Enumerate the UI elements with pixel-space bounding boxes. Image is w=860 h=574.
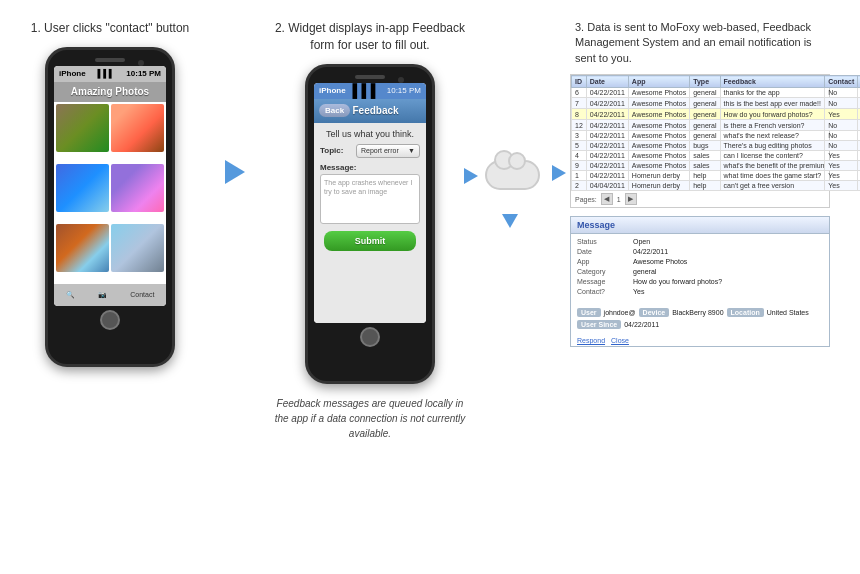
category-value: general — [633, 268, 656, 275]
phone-2-time: 10:15 PM — [387, 86, 421, 95]
phone-2-speaker — [355, 75, 385, 79]
table-row: 1204/22/2011Awesome Photosgeneralis ther… — [572, 120, 861, 131]
table-body: 604/22/2011Awesome Photosgeneralthanks f… — [572, 88, 861, 191]
search-button[interactable]: 🔍 — [66, 291, 75, 299]
location-tag: Location — [727, 308, 764, 317]
photo-grid — [54, 102, 166, 284]
phone-1-title: Amazing Photos — [71, 86, 149, 97]
col-type: Type — [690, 76, 720, 88]
message-field-label: Message — [577, 278, 627, 285]
table-pagination: Pages: ◀ 1 ▶ — [571, 191, 829, 207]
app-label: App — [577, 258, 627, 265]
next-page-button[interactable]: ▶ — [625, 193, 637, 205]
cloud-section — [480, 150, 560, 210]
user-tag: User — [577, 308, 601, 317]
topic-label: Topic: — [320, 146, 352, 155]
cloud-arrow-right — [552, 165, 566, 181]
section-1: 1. User clicks "contact" button iPhone ▌… — [10, 20, 210, 367]
message-detail: Message Status Open Date 04/22/2011 App … — [570, 216, 830, 347]
date-row: Date 04/22/2011 — [577, 248, 823, 255]
phone-1-signal: ▌▌▌ — [97, 69, 114, 78]
contact-label: Contact? — [577, 288, 627, 295]
contact-button[interactable]: Contact — [130, 291, 154, 298]
message-detail-header: Message — [571, 217, 829, 234]
photo-cell-3 — [56, 164, 109, 212]
table-row: 304/22/2011Awesome Photosgeneralwhat's t… — [572, 131, 861, 141]
device-tag: Device — [639, 308, 670, 317]
message-row: Message How do you forward photos? — [577, 278, 823, 285]
table-row: 604/22/2011Awesome Photosgeneralthanks f… — [572, 88, 861, 98]
phone-2-signal: ▌▌▌ — [352, 83, 380, 98]
feedback-table: ID Date App Type Feedback Contact Status… — [571, 75, 860, 191]
phone-1-brand: iPhone — [59, 69, 86, 78]
step-1-label: 1. User clicks "contact" button — [26, 20, 195, 37]
message-textarea[interactable]: The app crashes whenever I try to save a… — [320, 174, 420, 224]
date-label: Date — [577, 248, 627, 255]
message-field-value: How do you forward photos? — [633, 278, 722, 285]
submit-button[interactable]: Submit — [324, 231, 416, 251]
photo-cell-6 — [111, 224, 164, 272]
phone-1-home-btn[interactable] — [100, 310, 120, 330]
mofoxy-section: ID Date App Type Feedback Contact Status… — [570, 74, 850, 347]
table-header-row: ID Date App Type Feedback Contact Status… — [572, 76, 861, 88]
app-value: Awesome Photos — [633, 258, 687, 265]
section-2: 2. Widget displays in-app Feedback form … — [260, 20, 480, 441]
cloud-wrapper — [480, 150, 550, 210]
feedback-nav-bar: Back Feedback — [314, 99, 426, 123]
topic-row: Topic: Report error ▼ — [320, 144, 420, 158]
topic-dropdown[interactable]: Report error ▼ — [356, 144, 420, 158]
phone-2-brand: iPhone — [319, 86, 346, 95]
phone-1-time: 10:15 PM — [126, 69, 161, 78]
col-contact: Contact — [825, 76, 858, 88]
feedback-status-bar: iPhone ▌▌▌ 10:15 PM — [314, 83, 426, 99]
feedback-headline: Tell us what you think. — [320, 129, 420, 139]
since-tag: User Since — [577, 320, 621, 329]
photo-cell-2 — [111, 104, 164, 152]
table-row: 904/22/2011Awesome Photossaleswhat's the… — [572, 161, 861, 171]
feedback-nav-title: Feedback — [352, 105, 398, 116]
camera-icon: 📷 — [98, 291, 107, 299]
table-row: 704/22/2011Awesome Photosgeneralthis is … — [572, 98, 861, 109]
status-row: Status Open — [577, 238, 823, 245]
table-row-highlight: 804/22/2011Awesome PhotosgeneralHow do y… — [572, 109, 861, 120]
feedback-table-container: ID Date App Type Feedback Contact Status… — [570, 74, 830, 208]
message-placeholder: The app crashes whenever I try to save a… — [324, 179, 412, 196]
phone-1-screen: iPhone ▌▌▌ 10:15 PM Amazing Photos — [54, 66, 166, 306]
dropdown-arrow-icon: ▼ — [408, 147, 415, 154]
user-value: johndoe@ — [604, 309, 636, 316]
status-value: Open — [633, 238, 650, 245]
back-button[interactable]: Back — [319, 104, 350, 117]
topic-value: Report error — [361, 147, 399, 154]
arrow-1-container — [210, 160, 260, 184]
category-row: Category general — [577, 268, 823, 275]
col-feedback: Feedback — [720, 76, 825, 88]
feedback-content: Tell us what you think. Topic: Report er… — [314, 123, 426, 323]
contact-row: Contact? Yes — [577, 288, 823, 295]
phone-2: iPhone ▌▌▌ 10:15 PM Back Feedback Tell u… — [305, 64, 435, 384]
since-value: 04/22/2011 — [624, 321, 659, 328]
step-3-label: 3. Data is sent to MoFoxy web-based, Fee… — [570, 20, 830, 66]
category-label: Category — [577, 268, 627, 275]
phone-1: iPhone ▌▌▌ 10:15 PM Amazing Photos — [45, 47, 175, 367]
photo-cell-4 — [111, 164, 164, 212]
message-label: Message: — [320, 163, 420, 172]
table-row: 404/22/2011Awesome Photossalescan I lice… — [572, 151, 861, 161]
cloud-arrow-left — [464, 168, 478, 184]
phone-2-screen: iPhone ▌▌▌ 10:15 PM Back Feedback Tell u… — [314, 83, 426, 323]
prev-page-button[interactable]: ◀ — [601, 193, 613, 205]
close-link[interactable]: Close — [611, 337, 629, 344]
table-row: 204/04/2011Homerun derbyhelpcan't get a … — [572, 181, 861, 191]
status-label: Status — [577, 238, 627, 245]
camera-button[interactable]: 📷 — [98, 291, 107, 299]
message-actions: Respond Close — [571, 335, 829, 346]
app-row: App Awesome Photos — [577, 258, 823, 265]
section-3: 3. Data is sent to MoFoxy web-based, Fee… — [570, 20, 850, 347]
respond-link[interactable]: Respond — [577, 337, 605, 344]
cloud-arrow-down — [502, 214, 518, 228]
caption-text: Feedback messages are queued locally in … — [270, 396, 470, 441]
user-info-row: User johndoe@ Device BlackBerry 8900 Loc… — [571, 306, 829, 331]
table-row: 504/22/2011Awesome PhotosbugsThere's a b… — [572, 141, 861, 151]
phone-2-home-btn[interactable] — [360, 327, 380, 347]
photo-cell-1 — [56, 104, 109, 152]
search-icon: 🔍 — [66, 291, 75, 299]
